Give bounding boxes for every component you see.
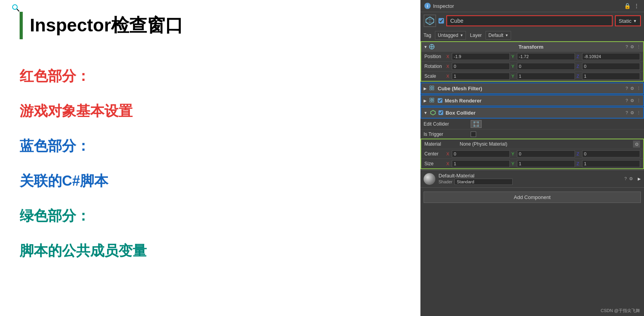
box-collider-settings-icon[interactable]: ⚙ <box>630 110 634 115</box>
mesh-renderer-settings-icon[interactable]: ⚙ <box>630 98 634 103</box>
material-pick-button[interactable]: ⊙ <box>633 141 640 148</box>
mesh-filter-help-icon[interactable]: ? <box>626 86 628 91</box>
position-xyz-group: X Y Z <box>446 53 640 60</box>
lock-icon[interactable]: 🔒 <box>624 2 631 9</box>
mesh-renderer-checkbox[interactable] <box>438 98 442 103</box>
inspector-title: Inspector <box>433 3 454 9</box>
mesh-renderer-header: ▶ Mesh Renderer ? ⚙ ⋮ <box>420 95 644 106</box>
static-dropdown[interactable]: Static ▼ <box>615 15 641 26</box>
static-arrow-icon: ▼ <box>633 19 637 23</box>
size-x-label: X <box>446 161 451 166</box>
mesh-filter-settings-icon[interactable]: ⚙ <box>630 86 634 91</box>
layer-label: Layer <box>470 33 482 38</box>
mesh-filter-name: Cube (Mesh Filter) <box>438 86 623 91</box>
mesh-renderer-icon <box>429 97 435 104</box>
edit-collider-label: Edit Collider <box>424 121 471 127</box>
mesh-renderer-menu-icon[interactable]: ⋮ <box>637 98 641 103</box>
box-collider-name: Box Collider <box>446 110 623 116</box>
add-component-button[interactable]: Add Component <box>424 192 641 203</box>
svg-rect-5 <box>430 86 431 88</box>
position-x-label: X <box>446 54 451 59</box>
mesh-filter-section: ▶ Cube (Mesh Filter) ? ⚙ ⋮ <box>420 82 644 94</box>
svg-rect-12 <box>432 100 434 102</box>
mesh-filter-menu-icon[interactable]: ⋮ <box>637 86 641 91</box>
mesh-filter-collapse-icon[interactable]: ▶ <box>424 86 427 91</box>
position-y-label: Y <box>511 54 516 59</box>
edit-collider-button[interactable] <box>471 120 482 128</box>
is-trigger-label: Is Trigger <box>424 132 471 137</box>
size-y-input[interactable] <box>517 160 575 167</box>
size-z-input[interactable] <box>582 160 640 167</box>
shader-value[interactable] <box>455 179 513 185</box>
tag-label: Tag <box>424 33 431 38</box>
scale-z-field: Z <box>577 73 640 80</box>
inspector-header-right: 🔒 ⋮ <box>624 2 640 9</box>
center-z-label: Z <box>577 152 581 156</box>
layer-dropdown[interactable]: Default ▼ <box>486 31 511 40</box>
mesh-filter-header: ▶ Cube (Mesh Filter) ? ⚙ ⋮ <box>420 82 644 94</box>
mesh-renderer-icons-right: ? ⚙ ⋮ <box>626 98 641 103</box>
rotation-z-field: Z <box>577 63 640 70</box>
scale-x-input[interactable] <box>452 73 510 80</box>
inspector-header: i Inspector 🔒 ⋮ <box>420 0 644 12</box>
center-x-label: X <box>446 152 451 156</box>
box-collider-collapse-icon[interactable]: ▼ <box>424 111 428 115</box>
position-label: Position <box>424 54 446 59</box>
rotation-y-input[interactable] <box>517 63 575 70</box>
footer-text: CSDN @于指尖飞舞 <box>601 308 640 313</box>
svg-rect-8 <box>432 88 434 90</box>
is-trigger-row: Is Trigger <box>420 129 644 139</box>
center-x-input[interactable] <box>452 150 510 157</box>
center-z-input[interactable] <box>582 150 640 157</box>
position-x-input[interactable] <box>452 53 510 60</box>
gameobject-name-field[interactable] <box>446 15 613 26</box>
box-collider-menu-icon[interactable]: ⋮ <box>637 110 641 115</box>
svg-point-0 <box>13 5 17 9</box>
scale-y-input[interactable] <box>517 73 575 80</box>
box-collider-help-icon[interactable]: ? <box>626 110 628 115</box>
scale-label: Scale <box>424 73 446 79</box>
transform-header: ▼ Transform ? ⚙ ⋮ <box>421 42 643 51</box>
svg-point-17 <box>474 126 475 127</box>
transform-help-icon[interactable]: ? <box>626 44 628 49</box>
position-z-label: Z <box>577 54 581 59</box>
cursor-icon <box>12 4 20 12</box>
scale-y-label: Y <box>511 74 516 79</box>
left-panel: Inspector检查窗口 红色部分： 游戏对象基本设置 蓝色部分： 关联的C#… <box>0 0 420 316</box>
transform-menu-icon[interactable]: ⋮ <box>637 44 641 49</box>
svg-point-16 <box>478 122 479 123</box>
transform-settings-icon[interactable]: ⚙ <box>630 44 634 49</box>
edit-collider-row: Edit Collider <box>420 119 644 129</box>
material-help-icon[interactable]: ? <box>624 176 627 181</box>
center-xyz-group: X Y Z <box>446 150 640 157</box>
mesh-renderer-collapse-icon[interactable]: ▶ <box>424 99 427 103</box>
rotation-xyz-group: X Y Z <box>446 63 640 70</box>
shader-label: Shader <box>438 179 452 184</box>
material-row: Material None (Physic Material) ⊙ <box>421 139 643 149</box>
rotation-z-label: Z <box>577 64 581 69</box>
is-trigger-checkbox[interactable] <box>471 132 476 137</box>
rotation-z-input[interactable] <box>582 63 640 70</box>
scale-z-input[interactable] <box>582 73 640 80</box>
tag-dropdown[interactable]: Untagged ▼ <box>435 31 466 40</box>
material-collapse-icon[interactable]: ▶ <box>638 177 641 181</box>
size-z-label: Z <box>577 161 581 166</box>
size-y-field: Y <box>511 160 575 167</box>
size-x-input[interactable] <box>452 160 510 167</box>
mesh-renderer-help-icon[interactable]: ? <box>626 98 628 103</box>
active-checkbox[interactable] <box>438 18 444 24</box>
rotation-x-input[interactable] <box>452 63 510 70</box>
position-z-input[interactable] <box>582 53 640 60</box>
material-settings-icon[interactable]: ⚙ <box>629 176 633 181</box>
kebab-menu-icon[interactable]: ⋮ <box>633 2 640 9</box>
collider-green-section: Material None (Physic Material) ⊙ Center… <box>420 139 644 169</box>
annotation-blue-2: 关联的C#脚本 <box>20 172 401 191</box>
static-label: Static <box>619 18 632 24</box>
transform-collapse-icon[interactable]: ▼ <box>424 45 428 49</box>
box-collider-checkbox[interactable] <box>438 110 443 115</box>
add-component-row: Add Component <box>420 187 644 207</box>
shader-row: Shader <box>438 179 621 185</box>
material-label: Material <box>424 141 460 147</box>
center-y-input[interactable] <box>517 150 575 157</box>
position-y-input[interactable] <box>517 53 575 60</box>
